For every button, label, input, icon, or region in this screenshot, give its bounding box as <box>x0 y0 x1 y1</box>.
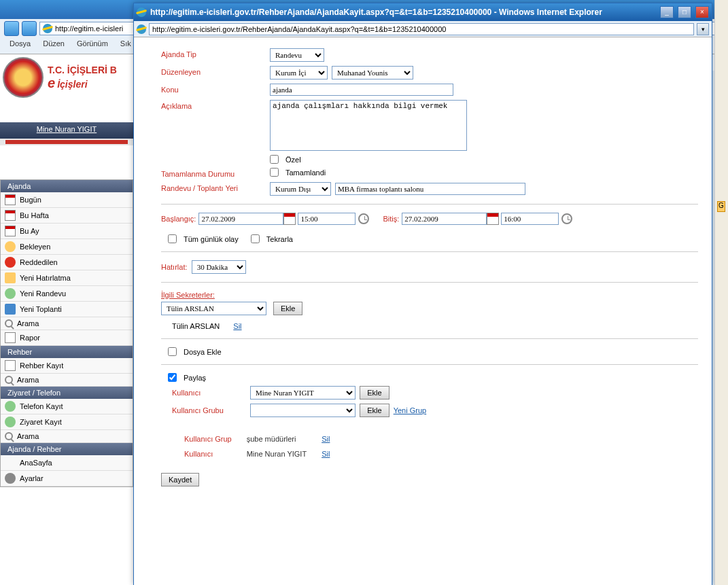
ie-icon <box>137 24 146 34</box>
kaydet-button[interactable]: Kaydet <box>161 473 199 486</box>
table-row: Kullanıcı Mine Nuran YIGIT Sil <box>184 447 343 461</box>
share-name: şube müdürleri <box>247 432 320 446</box>
divider <box>161 204 698 205</box>
label-dosya-ekle: Dosya Ekle <box>184 348 222 356</box>
url-dropdown[interactable]: ▾ <box>697 23 709 35</box>
right-badge: G <box>717 201 725 212</box>
blank-icon <box>5 457 16 468</box>
label-ajanda-tip: Ajanda Tip <box>161 48 270 58</box>
sil-sekreter-link[interactable]: Sil <box>233 322 241 330</box>
share-type: Kullanıcı Grup <box>184 432 245 446</box>
label-ozel: Özel <box>285 156 301 164</box>
sidebar-item-telefon[interactable]: Telefon Kayıt <box>1 399 133 414</box>
select-share-user[interactable]: Mine Nuran YIGIT <box>250 386 356 400</box>
label-randevu-yeri: Randevu / Toplantı Yeri <box>161 182 270 192</box>
site-left-panel: T.C. İÇİŞLERİ B e İçişleri Mine Nuran YI… <box>0 54 133 585</box>
menu-gorunum[interactable]: Görünüm <box>77 39 108 48</box>
select-ajanda-tip[interactable]: Randevu <box>270 48 324 62</box>
input-bas-tarih[interactable] <box>198 213 283 225</box>
ekle-sekreter-button[interactable]: Ekle <box>273 302 302 315</box>
ekle-user-button[interactable]: Ekle <box>360 386 389 400</box>
sb-header-ziyaret: Ziyaret / Telefon <box>1 387 133 399</box>
popup-address-bar[interactable]: http://egitim.e-icisleri.gov.tr/RehberAj… <box>149 23 694 35</box>
input-yeri[interactable] <box>335 183 525 195</box>
clock-icon[interactable] <box>561 213 572 224</box>
select-share-grup[interactable] <box>250 404 356 417</box>
sidebar-item-hatirlatma[interactable]: Yeni Hatırlatma <box>1 270 133 286</box>
ekle-grup-button[interactable]: Ekle <box>360 404 389 417</box>
sidebar-item-ayarlar[interactable]: Ayarlar <box>1 471 133 486</box>
label-bitis: Bitiş: <box>383 215 399 223</box>
people-icon <box>5 304 16 315</box>
calendar-icon[interactable] <box>487 213 499 225</box>
site-title-2: İçişleri <box>57 79 87 90</box>
menu-dosya[interactable]: Dosya <box>10 39 31 48</box>
doc-icon <box>5 360 16 371</box>
sidebar-item-rapor[interactable]: Rapor <box>1 330 133 346</box>
bg-fwd-button[interactable] <box>22 21 37 36</box>
label-aciklama: Açıklama <box>161 100 270 110</box>
sidebar-item-buhafta[interactable]: Bu Hafta <box>1 208 133 224</box>
calendar-icon[interactable] <box>283 213 296 225</box>
red-bar <box>0 139 133 145</box>
sidebar-item-arama[interactable]: Arama <box>1 317 133 330</box>
checkbox-tamamlandi[interactable] <box>270 168 279 177</box>
checkbox-ozel[interactable] <box>270 155 279 164</box>
sidebar-item-toplanti[interactable]: Yeni Toplanti <box>1 302 133 317</box>
bg-back-button[interactable] <box>4 21 19 36</box>
sidebar-item-bekleyen[interactable]: Bekleyen <box>1 239 133 255</box>
logo-emblem <box>3 57 44 98</box>
sil-link[interactable]: Sil <box>322 435 330 443</box>
clock-icon <box>5 241 16 252</box>
menu-duzen[interactable]: Düzen <box>43 39 65 48</box>
select-duzenleyen-tip[interactable]: Kurum İçi <box>270 66 328 79</box>
maximize-button[interactable]: □ <box>678 6 691 18</box>
visit-icon <box>5 416 16 427</box>
label-ilgili-sekreterler: İlgili Sekreterler: <box>161 291 698 299</box>
sidebar-item-anasayfa[interactable]: AnaSayfa <box>1 455 133 471</box>
sidebar-item-reddedilen[interactable]: Reddedilen <box>1 255 133 270</box>
checkbox-tumgunluk[interactable] <box>168 234 177 243</box>
clock-icon[interactable] <box>358 213 369 224</box>
sidebar-item-arama2[interactable]: Arama <box>1 374 133 387</box>
yeni-grup-link[interactable]: Yeni Grup <box>394 406 427 414</box>
sidebar-item-buay[interactable]: Bu Ay <box>1 224 133 239</box>
user-name-link[interactable]: Mine Nuran YIGIT <box>37 125 97 133</box>
input-bit-tarih[interactable] <box>402 213 487 225</box>
checkbox-tekrarla[interactable] <box>251 234 260 243</box>
sidebar-item-arama3[interactable]: Arama <box>1 430 133 443</box>
label-paylas: Paylaş <box>184 374 206 382</box>
select-yeri-tip[interactable]: Kurum Dışı <box>270 182 331 196</box>
textarea-aciklama[interactable]: ajanda çalışmları hakkında bilgi vermek <box>270 100 467 151</box>
label-hatirlat: Hatırlat: <box>161 263 188 271</box>
select-hatirlat[interactable]: 30 Dakika <box>192 260 246 274</box>
sidebar-item-bugun[interactable]: Bugün <box>1 192 133 208</box>
input-bas-saat[interactable] <box>298 213 356 225</box>
checkbox-paylas[interactable] <box>168 373 177 382</box>
sidebar-item-rehberkayit[interactable]: Rehber Kayıt <box>1 358 133 374</box>
sidebar-item-ziyaret[interactable]: Ziyaret Kayıt <box>1 414 133 430</box>
search-icon <box>5 376 13 384</box>
site-header: T.C. İÇİŞLERİ B e İçişleri <box>0 54 133 122</box>
select-duzenleyen-kisi[interactable]: Muhanad Younis <box>332 66 413 79</box>
sidebar-item-randevu[interactable]: Yeni Randevu <box>1 286 133 302</box>
sb-header-ajanda: Ajanda <box>1 180 133 192</box>
sb-header-rehber: Rehber <box>1 346 133 358</box>
sb-header-ajanda-rehber: Ajanda / Rehber <box>1 443 133 455</box>
checkbox-dosya-ekle[interactable] <box>168 347 177 356</box>
label-share-grup: Kullanıcı Grubu <box>172 406 250 414</box>
close-button[interactable]: × <box>695 6 709 18</box>
sil-link[interactable]: Sil <box>322 450 330 458</box>
input-bit-saat[interactable] <box>501 213 559 225</box>
sekreter-listed: Tülin ARSLAN <box>172 322 220 330</box>
select-sekreter[interactable]: Tülin ARSLAN <box>161 302 266 315</box>
input-konu[interactable] <box>270 84 453 96</box>
divider <box>161 282 698 283</box>
popup-titlebar[interactable]: http://egitim.e-icisleri.gov.tr/RehberAj… <box>134 3 712 21</box>
search-icon <box>5 319 13 327</box>
calendar-icon <box>5 226 16 236</box>
right-strip: G <box>714 0 728 585</box>
label-tamamlanma: Tamamlanma Durumu <box>161 168 270 178</box>
minimize-button[interactable]: _ <box>660 6 674 18</box>
e-logo: e <box>48 75 55 90</box>
